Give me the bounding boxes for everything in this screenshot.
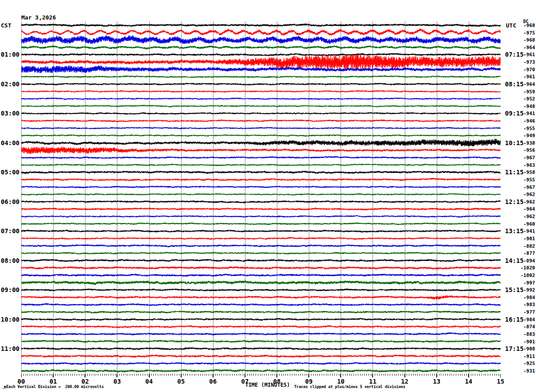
left-timezone-label: CST — [1, 23, 11, 29]
dc-value: -961 — [519, 74, 535, 79]
dc-value: -901 — [519, 236, 535, 241]
dc-value: -956 — [519, 148, 535, 153]
dc-value: -941 — [519, 111, 535, 116]
dc-value: -925 — [519, 361, 535, 366]
cst-hour-label: 04:00 — [0, 140, 19, 146]
dc-value: -960 — [519, 222, 535, 227]
cst-hour-label: 07:00 — [0, 228, 19, 234]
x-tick-label: 01 — [50, 378, 57, 384]
dc-value: -962 — [519, 214, 535, 219]
x-axis-title: TIME (MINUTES) — [245, 382, 290, 388]
x-tick-label: 12 — [401, 378, 408, 384]
dc-value: -962 — [519, 192, 535, 197]
dc-value: -984 — [519, 317, 535, 322]
dc-value: -964 — [519, 82, 535, 87]
cst-hour-label: 03:00 — [0, 110, 19, 116]
dc-value: -967 — [519, 185, 535, 190]
dc-value: -877 — [519, 251, 535, 256]
dc-value: -908 — [519, 346, 535, 351]
dc-value: -967 — [519, 155, 535, 160]
dc-value: -949 — [519, 133, 535, 138]
x-tick-label: 04 — [145, 378, 153, 384]
dc-value: -894 — [519, 258, 535, 263]
dc-value: -941 — [519, 229, 535, 234]
dc-value: -997 — [519, 281, 535, 285]
dc-value: -938 — [519, 141, 535, 146]
dc-value: -952 — [519, 96, 535, 101]
dc-value: -983 — [519, 302, 535, 307]
helicorder-page: Mar 3,2026 MARM HHZ NM 00 (Marston, MO) … — [0, 0, 536, 392]
cst-hour-label: 01:00 — [0, 51, 19, 58]
x-tick-label: 10 — [337, 378, 345, 384]
title-date: Mar 3,2026 — [21, 15, 70, 21]
dc-value: -968 — [519, 23, 535, 28]
dc-value: -901 — [519, 339, 535, 344]
dc-value: -882 — [519, 244, 535, 249]
dc-value: -984 — [519, 295, 535, 300]
dc-value: -962 — [519, 200, 535, 204]
x-tick-label: 03 — [113, 378, 121, 384]
dc-value: -964 — [519, 45, 535, 50]
cst-hour-label: 10:00 — [0, 316, 19, 323]
x-tick-label: 09 — [305, 378, 313, 384]
dc-value: -963 — [519, 163, 535, 168]
right-timezone-label: UTC — [506, 23, 516, 29]
seismogram-plot-canvas — [21, 21, 501, 378]
dc-value: -955 — [519, 177, 535, 182]
x-tick-label: 15 — [497, 378, 505, 384]
dc-value: -975 — [519, 31, 535, 35]
dc-value: -958 — [519, 170, 535, 175]
cst-hour-label: 05:00 — [0, 169, 19, 175]
dc-value: -964 — [519, 207, 535, 211]
dc-value: -946 — [519, 119, 535, 123]
cst-hour-label: 08:00 — [0, 257, 19, 264]
x-tick-label: 13 — [433, 378, 440, 384]
dc-value: -883 — [519, 332, 535, 337]
dc-value: -977 — [519, 310, 535, 315]
x-tick-label: 14 — [465, 378, 472, 384]
x-tick-label: 05 — [177, 378, 185, 384]
dc-value: -968 — [519, 38, 535, 42]
dc-value: -959 — [519, 89, 535, 94]
dc-value: -911 — [519, 354, 535, 359]
x-tick-label: 11 — [369, 378, 377, 384]
x-tick-label: 06 — [209, 378, 217, 384]
corner-mark: .M — [2, 386, 6, 390]
dc-value: -992 — [519, 288, 535, 292]
dc-value: -874 — [519, 324, 535, 329]
dc-value: -961 — [519, 52, 535, 57]
clip-note: Traces clipped at plus/minus 5 vertical … — [294, 385, 405, 389]
cst-hour-label: 02:00 — [0, 81, 19, 87]
dc-value: -973 — [519, 60, 535, 65]
cst-hour-label: 09:00 — [0, 287, 19, 293]
x-tick-label: 02 — [82, 378, 89, 384]
scale-note: Each Vertical Division = 200.00 microvol… — [6, 385, 104, 389]
x-tick-label: 00 — [18, 378, 25, 384]
cst-hour-label: 06:00 — [0, 199, 19, 205]
cst-hour-label: 11:00 — [0, 346, 19, 352]
dc-value: -955 — [519, 126, 535, 131]
dc-value: -948 — [519, 104, 535, 109]
dc-value: -1020 — [519, 265, 535, 270]
dc-value: -1002 — [519, 273, 535, 278]
dc-value: -931 — [519, 369, 535, 373]
dc-value: -970 — [519, 67, 535, 72]
